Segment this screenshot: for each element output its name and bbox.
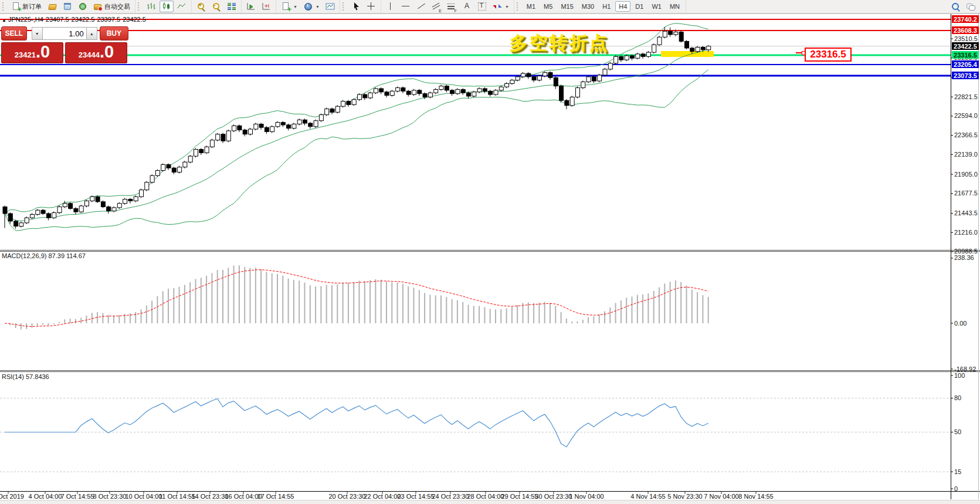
timeframe-h4-button[interactable]: H4 [615,1,630,12]
navigator-icon [78,2,87,11]
dropdown-caret-icon[interactable]: ▼ [505,5,509,9]
time-axis-label: 7 Oct 14:55 [61,493,94,500]
arrows-tool-button[interactable]: ▼ [490,1,511,12]
one-click-trading-panel: SELL ▼ ▲ BUY 23421.0 23444.0 [1,26,128,63]
equidistant-channel-icon [432,2,441,11]
market-watch-button[interactable] [45,1,59,12]
new-order-button[interactable]: 新订单 [9,1,44,12]
time-axis-label: 7 Nov 04:00 [704,493,738,500]
clock-icon [303,2,313,11]
close-value: 23422.5 [123,16,146,23]
indicators-icon [281,2,290,11]
toolbar-drag-handle[interactable] [2,2,6,11]
line-chart-button[interactable] [175,1,189,12]
macd-axis-label: 0.00 [954,320,967,327]
templates-button[interactable] [323,1,337,12]
toolbar-group-right [946,0,980,13]
new-order-icon [11,2,21,11]
time-axis-label: 30 Oct 23:30 [535,493,572,500]
timeframe-mn-button[interactable]: MN [666,1,683,12]
timeframe-h1-button[interactable]: H1 [599,1,614,12]
indicators-button[interactable]: ▼ [279,1,300,12]
periods-button[interactable]: ▼ [301,1,322,12]
timeframe-w1-button[interactable]: W1 [648,1,665,12]
price-tick-label: 22821.5 [954,93,978,100]
time-axis-label: 1 Nov 04:00 [569,493,603,500]
volume-increase-button[interactable]: ▲ [86,27,97,40]
chart-shift-button[interactable] [259,1,273,12]
timeframe-m1-button[interactable]: M1 [523,1,539,12]
window-collapse-icon[interactable]: ▲ [2,18,6,23]
sell-button[interactable]: SELL [1,26,27,40]
toolbar-drag-handle[interactable] [343,2,346,11]
price-level-badge: 23422.5 [952,42,979,50]
toolbar: 新订单 自动交易 + - ▼ ▼ [0,0,980,13]
text-tool-button[interactable] [460,1,474,12]
time-axis-label: 28 Oct 04:00 [467,493,504,500]
crosshair-button[interactable] [364,1,378,12]
volume-decrease-button[interactable]: ▼ [32,27,43,40]
price-level-badge: 23316.5 [952,51,979,59]
search-button[interactable] [948,1,962,12]
cursor-icon [351,2,361,11]
horizontal-line-tool-button[interactable] [399,1,413,12]
sell-price-pips: .0 [36,43,50,60]
trendline-tool-button[interactable] [414,1,428,12]
sell-price-main: 23421 [15,46,36,59]
timeframe-m5-button[interactable]: M5 [540,1,556,12]
sell-price-button[interactable]: 23421.0 [1,42,63,63]
mt4-window: 23510.523283.023055.522821.522594.022366… [0,0,980,504]
toolbar-drag-handle[interactable] [138,2,141,11]
vertical-line-tool-button[interactable] [384,1,398,12]
zoom-out-button[interactable]: - [209,1,223,12]
bar-chart-button[interactable] [144,1,158,12]
buy-price-button[interactable]: 23444.0 [65,42,127,63]
timeframe-m30-button[interactable]: M30 [578,1,598,12]
rsi-axis-label: 0 [954,485,958,492]
dropdown-caret-icon[interactable]: ▼ [316,5,320,9]
line-chart-icon [177,2,186,11]
tile-windows-icon [227,2,236,11]
toolbar-drag-handle[interactable] [517,2,520,11]
price-level-badge: 23073.5 [952,72,979,79]
auto-scroll-button[interactable] [244,1,258,12]
toolbar-group-trade: 新订单 自动交易 [0,0,135,13]
price-tick-label: 22366.5 [954,131,978,138]
timeframe-toolbar: M1M5M15M30H1H4D1W1MN [514,0,686,13]
market-watch-icon [48,2,57,11]
fibonacci-icon [447,2,456,11]
tile-windows-button[interactable] [225,1,239,12]
navigator-button[interactable] [76,1,90,12]
toolbar-group-indicators: ▼ ▼ [276,0,340,13]
candlestick-chart-button[interactable] [160,1,174,12]
autotrading-icon [93,2,103,11]
price-tick-label: 22139.0 [954,151,978,158]
text-label-tool-button[interactable] [475,1,489,12]
data-window-button[interactable] [60,1,74,12]
toolbar-group-cursor [340,0,381,13]
price-callout-label[interactable]: 23316.5 [805,48,852,62]
dropdown-caret-icon[interactable]: ▼ [293,5,297,9]
chart-canvas[interactable] [0,0,980,504]
timeframe-m15-button[interactable]: M15 [557,1,577,12]
fibonacci-tool-button[interactable] [445,1,459,12]
cursor-button[interactable] [349,1,363,12]
zoom-in-button[interactable]: + [194,1,208,12]
time-axis-label: 4 Oct 04:00 [29,493,62,500]
candlestick-chart-icon [162,2,171,11]
time-axis-label: 11 Oct 14:55 [159,493,195,500]
chat-button[interactable] [964,1,978,12]
annotation-text[interactable]: 多空转折点 [510,31,609,56]
autotrading-button[interactable]: 自动交易 [91,1,133,12]
high-value: 23422.5 [72,16,95,23]
data-window-icon [63,2,72,11]
text-icon [462,2,472,11]
rsi-axis-label: 50 [954,428,961,435]
volume-input[interactable] [43,27,86,40]
text-label-icon [477,2,487,11]
buy-button[interactable]: BUY [100,26,128,40]
chart-ohlc-line: ▲JPN225-,H423407.523422.523397.523422.5 [2,16,148,23]
channel-tool-button[interactable] [429,1,443,12]
timeframe-d1-button[interactable]: D1 [632,1,647,12]
time-axis-label: 29 Oct 14:55 [501,493,538,500]
